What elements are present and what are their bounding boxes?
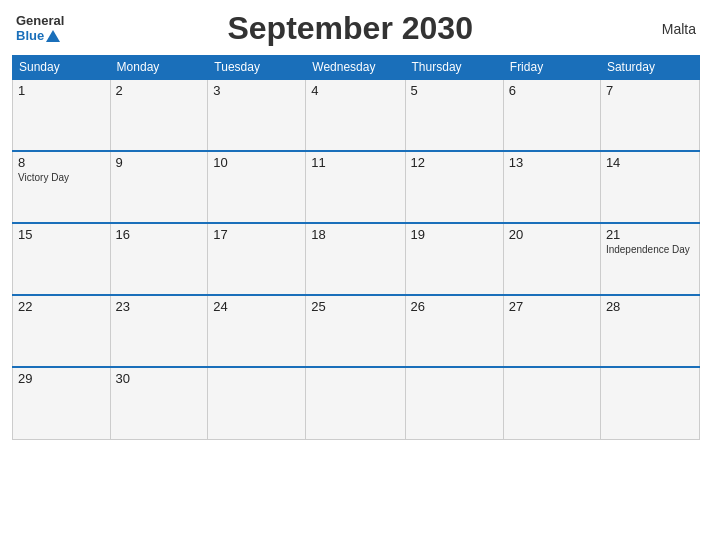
calendar-cell: 30 — [110, 367, 208, 439]
calendar-cell: 14 — [600, 151, 699, 223]
day-number: 27 — [509, 299, 595, 314]
day-number: 18 — [311, 227, 399, 242]
day-number: 8 — [18, 155, 105, 170]
day-number: 12 — [411, 155, 498, 170]
day-number: 19 — [411, 227, 498, 242]
calendar-cell: 15 — [13, 223, 111, 295]
country-label: Malta — [636, 21, 696, 37]
day-number: 11 — [311, 155, 399, 170]
day-number: 4 — [311, 83, 399, 98]
day-number: 26 — [411, 299, 498, 314]
calendar-cell: 18 — [306, 223, 405, 295]
week-row-1: 1234567 — [13, 79, 700, 151]
col-saturday: Saturday — [600, 56, 699, 80]
calendar-cell: 5 — [405, 79, 503, 151]
logo-blue-text: Blue — [16, 29, 44, 43]
day-number: 10 — [213, 155, 300, 170]
day-number: 23 — [116, 299, 203, 314]
calendar-cell: 2 — [110, 79, 208, 151]
day-number: 16 — [116, 227, 203, 242]
day-number: 28 — [606, 299, 694, 314]
calendar-cell: 12 — [405, 151, 503, 223]
day-number: 24 — [213, 299, 300, 314]
day-number: 3 — [213, 83, 300, 98]
calendar-cell: 16 — [110, 223, 208, 295]
logo-general-text: General — [16, 14, 64, 28]
day-number: 5 — [411, 83, 498, 98]
week-row-5: 2930 — [13, 367, 700, 439]
week-row-2: 8Victory Day91011121314 — [13, 151, 700, 223]
col-monday: Monday — [110, 56, 208, 80]
calendar-cell: 21Independence Day — [600, 223, 699, 295]
calendar-cell: 26 — [405, 295, 503, 367]
calendar-cell: 22 — [13, 295, 111, 367]
calendar-cell: 3 — [208, 79, 306, 151]
calendar-cell: 28 — [600, 295, 699, 367]
col-thursday: Thursday — [405, 56, 503, 80]
calendar-cell: 9 — [110, 151, 208, 223]
calendar-cell: 1 — [13, 79, 111, 151]
calendar-container: General Blue September 2030 Malta Sunday… — [0, 0, 712, 450]
logo: General Blue — [16, 14, 64, 43]
day-number: 22 — [18, 299, 105, 314]
calendar-cell: 23 — [110, 295, 208, 367]
week-row-3: 15161718192021Independence Day — [13, 223, 700, 295]
day-number: 6 — [509, 83, 595, 98]
weekday-header-row: Sunday Monday Tuesday Wednesday Thursday… — [13, 56, 700, 80]
calendar-cell — [208, 367, 306, 439]
calendar-cell: 24 — [208, 295, 306, 367]
day-number: 17 — [213, 227, 300, 242]
calendar-table: Sunday Monday Tuesday Wednesday Thursday… — [12, 55, 700, 440]
calendar-cell: 11 — [306, 151, 405, 223]
calendar-cell: 4 — [306, 79, 405, 151]
col-sunday: Sunday — [13, 56, 111, 80]
calendar-cell: 13 — [503, 151, 600, 223]
calendar-cell: 8Victory Day — [13, 151, 111, 223]
calendar-cell: 17 — [208, 223, 306, 295]
col-friday: Friday — [503, 56, 600, 80]
col-wednesday: Wednesday — [306, 56, 405, 80]
calendar-cell — [306, 367, 405, 439]
logo-triangle-icon — [46, 30, 60, 42]
day-number: 1 — [18, 83, 105, 98]
calendar-cell: 7 — [600, 79, 699, 151]
calendar-cell: 20 — [503, 223, 600, 295]
calendar-cell: 29 — [13, 367, 111, 439]
day-number: 15 — [18, 227, 105, 242]
col-tuesday: Tuesday — [208, 56, 306, 80]
week-row-4: 22232425262728 — [13, 295, 700, 367]
calendar-header: General Blue September 2030 Malta — [12, 10, 700, 47]
day-number: 21 — [606, 227, 694, 242]
holiday-label: Victory Day — [18, 172, 105, 183]
calendar-cell: 19 — [405, 223, 503, 295]
holiday-label: Independence Day — [606, 244, 694, 255]
calendar-title: September 2030 — [64, 10, 636, 47]
day-number: 30 — [116, 371, 203, 386]
calendar-cell — [503, 367, 600, 439]
day-number: 25 — [311, 299, 399, 314]
calendar-cell — [600, 367, 699, 439]
day-number: 13 — [509, 155, 595, 170]
day-number: 9 — [116, 155, 203, 170]
day-number: 14 — [606, 155, 694, 170]
calendar-cell: 10 — [208, 151, 306, 223]
day-number: 29 — [18, 371, 105, 386]
day-number: 7 — [606, 83, 694, 98]
calendar-cell: 25 — [306, 295, 405, 367]
day-number: 20 — [509, 227, 595, 242]
calendar-cell: 6 — [503, 79, 600, 151]
calendar-cell: 27 — [503, 295, 600, 367]
calendar-cell — [405, 367, 503, 439]
day-number: 2 — [116, 83, 203, 98]
